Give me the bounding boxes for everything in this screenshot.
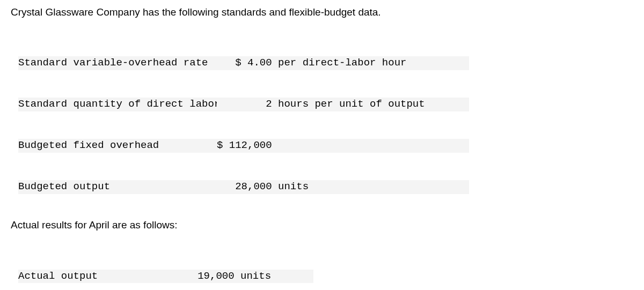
actuals-table: Actual output 19,000 units Actual variab… [18, 242, 633, 290]
table-row: Actual output 19,000 units [18, 270, 633, 284]
table-row: Budgeted output 28,000 units [18, 180, 633, 194]
row-value: $ 112,000 [217, 139, 469, 153]
row-label: Budgeted fixed overhead [18, 139, 217, 153]
row-value: 2 hours per unit of output [217, 98, 469, 111]
intro-text: Crystal Glassware Company has the follow… [11, 6, 633, 18]
row-label: Standard variable-overhead rate [18, 56, 217, 70]
row-value: 28,000 units [217, 180, 469, 194]
row-label: Actual output [18, 270, 179, 284]
row-label: Budgeted output [18, 180, 217, 194]
table-row: Standard variable-overhead rate $ 4.00 p… [18, 56, 633, 70]
row-label: Standard quantity of direct labor [18, 98, 217, 111]
row-value: 19,000 units [179, 270, 313, 284]
standards-table: Standard variable-overhead rate $ 4.00 p… [18, 29, 633, 207]
table-row: Budgeted fixed overhead $ 112,000 [18, 139, 633, 153]
table-row: Standard quantity of direct labor 2 hour… [18, 98, 633, 111]
row-value: $ 4.00 per direct-labor hour [217, 56, 469, 70]
actuals-heading: Actual results for April are as follows: [11, 219, 633, 231]
